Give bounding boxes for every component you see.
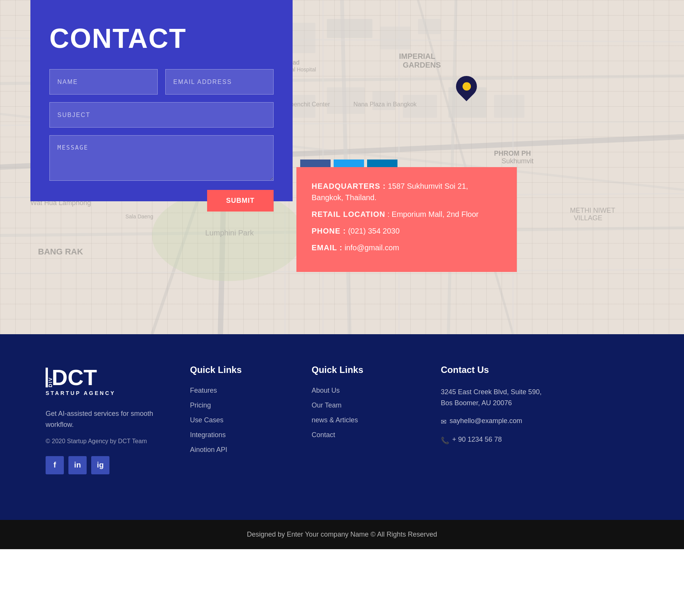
footer-social-icons: f in ig (46, 456, 167, 474)
pricing-link[interactable]: Pricing (190, 401, 211, 409)
footer-bottom-bar: Designed by Enter Your company Name © Al… (0, 520, 684, 549)
list-item: Our Team (312, 401, 418, 409)
our-team-link[interactable]: Our Team (312, 401, 342, 409)
footer-copyright: © 2020 Startup Agency by DCT Team (46, 438, 167, 445)
contact-title: CONTACT (49, 23, 274, 54)
list-item: Features (190, 387, 289, 395)
email-info: EMAIL : info@gmail.com (312, 242, 502, 253)
svg-rect-29 (494, 95, 524, 118)
contact-us-title: Contact Us (441, 365, 555, 375)
logo-dct-text: DCT (52, 365, 97, 390)
list-item: Pricing (190, 401, 289, 409)
retail-info: RETAIL LOCATION : Emporium Mall, 2nd Flo… (312, 208, 502, 220)
footer-contact-us-col: Contact Us 3245 East Creek Blvd, Suite 5… (441, 365, 555, 474)
footer-quick-links-1: Quick Links Features Pricing Use Cases I… (190, 365, 289, 474)
phone-icon: 📞 (441, 435, 449, 446)
logo-top-row: DIV DCT (46, 365, 97, 390)
footer-facebook-icon[interactable]: f (46, 456, 64, 474)
svg-text:PHROM PH: PHROM PH (494, 150, 531, 157)
news-articles-link[interactable]: news & Articles (312, 416, 358, 424)
quick-links-1-list: Features Pricing Use Cases Integrations … (190, 387, 289, 454)
integrations-link[interactable]: Integrations (190, 431, 226, 439)
svg-rect-25 (327, 87, 365, 114)
quick-links-1-title: Quick Links (190, 365, 289, 375)
email-icon: ✉ (441, 417, 446, 428)
contact-panel: CONTACT SUBMIT (30, 0, 293, 201)
logo-div-text: DIV (49, 368, 52, 387)
name-email-row (49, 69, 274, 95)
subject-row (49, 102, 274, 128)
quick-links-2-list: About Us Our Team news & Articles Contac… (312, 387, 418, 439)
footer-brand-col: DIV DCT STARTUP AGENCY Get AI-assisted s… (46, 365, 167, 474)
list-item: Contact (312, 431, 418, 439)
list-item: Ainotion API (190, 446, 289, 454)
info-card: HEADQUARTERS : 1587 Sukhumvit Soi 21, Ba… (296, 167, 517, 272)
bottom-bar-text: Designed by Enter Your company Name © Al… (46, 531, 638, 539)
hq-info: HEADQUARTERS : 1587 Sukhumvit Soi 21, Ba… (312, 180, 502, 203)
svg-text:Nana Plaza in Bangkok: Nana Plaza in Bangkok (353, 101, 417, 107)
svg-text:Lumphini Park: Lumphini Park (205, 229, 254, 237)
use-cases-link[interactable]: Use Cases (190, 416, 223, 424)
contact-link[interactable]: Contact (312, 431, 335, 439)
footer-instagram-icon[interactable]: ig (91, 456, 109, 474)
quick-links-2-title: Quick Links (312, 365, 418, 375)
list-item: About Us (312, 387, 418, 395)
svg-rect-22 (418, 19, 441, 34)
svg-text:METHI NIWET: METHI NIWET (570, 207, 615, 214)
pin-dot (462, 82, 471, 91)
subject-input[interactable] (49, 102, 274, 128)
contact-address: 3245 East Creek Blvd, Suite 590, Bos Boo… (441, 387, 555, 409)
map-pin (456, 76, 477, 97)
svg-text:BANG RAK: BANG RAK (38, 247, 83, 256)
footer-grid: DIV DCT STARTUP AGENCY Get AI-assisted s… (46, 365, 638, 474)
phone-info: PHONE : (021) 354 2030 (312, 225, 502, 237)
features-link[interactable]: Features (190, 387, 217, 394)
svg-rect-19 (289, 23, 315, 53)
list-item: news & Articles (312, 416, 418, 424)
footer-quick-links-2: Quick Links About Us Our Team news & Art… (312, 365, 418, 474)
about-us-link[interactable]: About Us (312, 387, 340, 394)
contact-email-link[interactable]: sayhello@example.com (450, 415, 522, 426)
svg-text:Sala Daeng: Sala Daeng (125, 213, 153, 220)
svg-rect-21 (380, 27, 410, 49)
startup-label: STARTUP AGENCY (46, 390, 116, 396)
svg-text:Sukhumvit: Sukhumvit (502, 157, 534, 165)
list-item: Integrations (190, 431, 289, 439)
contact-phone: 📞 + 90 1234 56 78 (441, 434, 555, 446)
footer-logo: DIV DCT STARTUP AGENCY (46, 365, 167, 404)
svg-text:GARDENS: GARDENS (403, 61, 441, 69)
svg-rect-20 (327, 19, 372, 38)
hero-section: Lumphini Park Bumrungrad International H… (0, 0, 684, 334)
name-input[interactable] (49, 69, 158, 95)
ainotion-api-link[interactable]: Ainotion API (190, 446, 227, 453)
email-input[interactable] (165, 69, 274, 95)
svg-text:VILLAGE: VILLAGE (574, 214, 602, 222)
footer-tagline: Get AI-assisted services for smooth work… (46, 408, 167, 430)
footer-linkedin-icon[interactable]: in (68, 456, 87, 474)
footer: DIV DCT STARTUP AGENCY Get AI-assisted s… (0, 334, 684, 520)
submit-button[interactable]: SUBMIT (207, 190, 274, 212)
contact-email: ✉ sayhello@example.com (441, 415, 555, 428)
message-textarea[interactable] (49, 135, 274, 181)
svg-text:IMPERIAL: IMPERIAL (399, 52, 435, 60)
pin-body (452, 72, 481, 101)
list-item: Use Cases (190, 416, 289, 424)
